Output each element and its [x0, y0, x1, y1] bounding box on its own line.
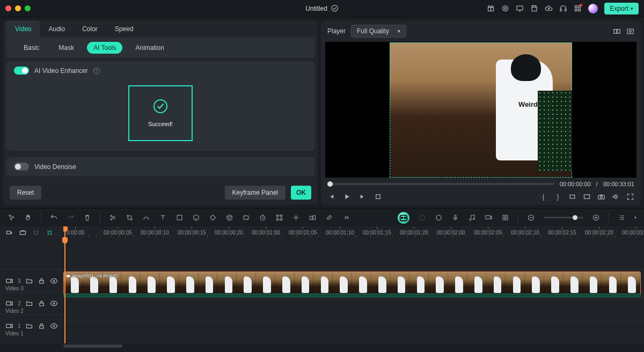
clip-trim-icon[interactable]: [568, 193, 576, 201]
group-icon[interactable]: [309, 214, 317, 222]
ratio-icon[interactable]: [583, 193, 591, 201]
folder-icon[interactable]: [25, 277, 33, 285]
save-icon[interactable]: [530, 4, 538, 12]
eye-icon[interactable]: [50, 277, 58, 285]
ai-enhancer-toggle[interactable]: [14, 67, 29, 75]
export-button[interactable]: Export ▾: [604, 3, 639, 14]
redo-icon[interactable]: [67, 214, 75, 222]
adjustment-icon[interactable]: [242, 214, 250, 222]
zoom-in-icon[interactable]: [592, 214, 600, 222]
time-ruler[interactable]: ➘ 0:00:0000:00:00:0500:00:00:1000:00:00:…: [63, 226, 644, 238]
next-frame-icon[interactable]: [358, 193, 367, 201]
apps-icon[interactable]: [574, 4, 582, 12]
gift-icon[interactable]: [487, 4, 495, 12]
sticker-icon[interactable]: [192, 214, 200, 222]
track-lane[interactable]: [63, 298, 644, 321]
keyframe-diamond-icon[interactable]: [501, 214, 509, 222]
audio-clip[interactable]: [63, 294, 641, 297]
add-track-icon[interactable]: [5, 229, 13, 237]
chevron-down-icon[interactable]: ▾: [634, 215, 636, 220]
split-icon[interactable]: [109, 214, 117, 222]
mark-in-icon[interactable]: {: [539, 193, 547, 201]
track-lane[interactable]: [63, 321, 644, 343]
playhead[interactable]: [64, 226, 65, 238]
maximize-window[interactable]: [25, 5, 31, 11]
subtab-mask[interactable]: Mask: [52, 42, 80, 54]
color-tool-icon[interactable]: [225, 214, 233, 222]
subtab-ai-tools[interactable]: AI Tools: [87, 42, 122, 54]
more-tools-icon[interactable]: [342, 214, 350, 222]
close-window[interactable]: [5, 5, 11, 11]
cloud-upload-icon[interactable]: [545, 4, 553, 12]
record-icon[interactable]: [501, 4, 509, 12]
user-avatar[interactable]: [588, 4, 598, 13]
audio-mix-icon[interactable]: [468, 214, 476, 222]
tab-color[interactable]: Color: [74, 20, 106, 38]
prev-frame-icon[interactable]: [327, 193, 335, 201]
text-icon[interactable]: [159, 214, 167, 222]
magnet-icon[interactable]: [32, 229, 40, 237]
marker-icon[interactable]: [435, 214, 443, 222]
track-lane[interactable]: imag0001_AIUltraHD: [63, 269, 644, 298]
voiceover-icon[interactable]: [451, 214, 459, 222]
link-icon[interactable]: [325, 214, 333, 222]
playhead-line[interactable]: [64, 238, 65, 343]
play-icon[interactable]: [343, 193, 351, 201]
track-header-video-3[interactable]: 3Video 3: [0, 269, 63, 292]
preview-viewport[interactable]: Weird: [325, 42, 636, 178]
mask-icon[interactable]: [175, 214, 184, 222]
lock-icon[interactable]: [38, 322, 46, 330]
tab-speed[interactable]: Speed: [106, 20, 142, 38]
tab-audio[interactable]: Audio: [40, 20, 74, 38]
headphones-icon[interactable]: [559, 4, 567, 12]
pointer-tool-icon[interactable]: [8, 214, 16, 222]
playback-quality-dropdown[interactable]: Full Quality ▾: [351, 25, 406, 38]
linked-select-icon[interactable]: [46, 229, 54, 237]
stop-icon[interactable]: [374, 193, 382, 201]
tracking-icon[interactable]: [275, 214, 283, 222]
speed-ramp-icon[interactable]: [142, 214, 150, 222]
subtab-animation[interactable]: Animation: [129, 42, 170, 54]
folder-icon[interactable]: [25, 299, 33, 307]
folder-icon[interactable]: [25, 322, 33, 330]
reset-button[interactable]: Reset: [10, 186, 41, 200]
lock-icon[interactable]: [38, 277, 46, 285]
denoise-toggle[interactable]: [14, 163, 29, 171]
hand-tool-icon[interactable]: [24, 214, 32, 222]
delete-icon[interactable]: [83, 214, 91, 222]
eye-icon[interactable]: [50, 299, 58, 307]
video-clip[interactable]: imag0001_AIUltraHD: [63, 272, 641, 297]
scrub-bar[interactable]: [327, 183, 554, 185]
subtab-basic[interactable]: Basic: [17, 42, 46, 54]
camera-icon[interactable]: [597, 193, 605, 201]
render-icon[interactable]: [418, 214, 426, 222]
track-header-video-2[interactable]: 2Video 2: [0, 292, 63, 314]
bin-icon[interactable]: [19, 229, 27, 237]
chroma-icon[interactable]: [292, 214, 300, 222]
ok-button[interactable]: OK: [291, 186, 311, 200]
speed-icon[interactable]: [259, 214, 267, 222]
crop-icon[interactable]: [126, 214, 134, 222]
monitor-icon[interactable]: [516, 4, 524, 12]
lock-icon[interactable]: [38, 299, 46, 307]
tab-video[interactable]: Video: [6, 20, 40, 38]
undo-icon[interactable]: [50, 214, 58, 222]
compare-view-icon[interactable]: [613, 27, 621, 35]
minimize-window[interactable]: [15, 5, 21, 11]
list-view-icon[interactable]: [618, 214, 626, 222]
keyframe-tool-icon[interactable]: [209, 214, 217, 222]
record-screen-icon[interactable]: [485, 214, 493, 222]
ai-copilot-icon[interactable]: [398, 212, 409, 224]
keyframe-panel-button[interactable]: Keyframe Panel: [225, 186, 286, 200]
track-header-video-1[interactable]: 1Video 1: [0, 314, 63, 337]
fullscreen-icon[interactable]: [626, 193, 634, 201]
zoom-out-icon[interactable]: [527, 214, 535, 222]
volume-icon[interactable]: [612, 193, 620, 201]
snapshot-icon[interactable]: [626, 27, 634, 35]
zoom-slider[interactable]: [544, 217, 583, 218]
timeline-h-scrollbar[interactable]: [0, 343, 644, 349]
help-icon[interactable]: ?: [93, 68, 100, 74]
mark-out-icon[interactable]: }: [554, 193, 562, 201]
track-lanes[interactable]: imag0001_AIUltraHD: [63, 238, 644, 343]
eye-icon[interactable]: [50, 322, 58, 330]
